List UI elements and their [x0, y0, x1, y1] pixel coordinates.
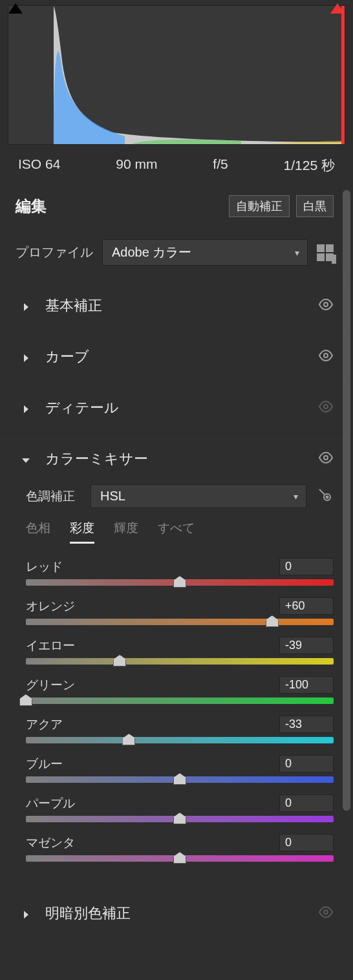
svg-point-3: [324, 405, 328, 409]
slider-value-purple[interactable]: [279, 794, 334, 812]
eye-icon[interactable]: [318, 450, 334, 469]
panel-detail[interactable]: ディテール: [0, 382, 353, 433]
slider-track-magenta[interactable]: [26, 855, 334, 862]
panel-split-toning[interactable]: 明暗別色補正: [0, 888, 353, 939]
slider-thumb-magenta[interactable]: [173, 852, 186, 864]
profile-value: Adobe カラー: [112, 244, 191, 261]
slider-green: グリーン: [26, 676, 334, 704]
svg-point-4: [324, 456, 328, 460]
slider-yellow: イエロー: [26, 637, 334, 665]
histogram-area: [0, 0, 353, 149]
chevron-right-icon: [21, 908, 31, 919]
slider-thumb-aqua[interactable]: [122, 734, 135, 745]
slider-thumb-blue[interactable]: [173, 773, 186, 785]
panel-basic[interactable]: 基本補正: [0, 280, 353, 331]
slider-track-aqua[interactable]: [26, 737, 334, 743]
slider-value-red[interactable]: [279, 558, 334, 575]
eye-icon[interactable]: [318, 297, 334, 315]
eye-icon[interactable]: [318, 904, 334, 923]
scrollbar-thumb[interactable]: [343, 190, 350, 811]
slider-label-magenta: マゼンタ: [26, 835, 75, 851]
chevron-right-icon: [21, 403, 31, 413]
panel-split-title: 明暗別色補正: [45, 904, 318, 923]
auto-button[interactable]: 自動補正: [229, 195, 290, 217]
scrollbar-track[interactable]: [343, 190, 350, 974]
slider-thumb-purple[interactable]: [173, 813, 186, 824]
profile-label: プロファイル: [16, 244, 93, 261]
slider-track-orange[interactable]: [26, 619, 334, 625]
slider-thumb-red[interactable]: [173, 576, 186, 588]
exif-iso: ISO 64: [18, 156, 60, 175]
chevron-right-icon: [21, 352, 31, 362]
slider-track-red[interactable]: [26, 579, 334, 586]
eye-icon[interactable]: [318, 399, 334, 418]
slider-red: レッド: [26, 558, 334, 586]
slider-label-green: グリーン: [26, 677, 75, 694]
tab-hue[interactable]: 色相: [26, 520, 50, 544]
svg-point-7: [326, 496, 328, 498]
slider-label-yellow: イエロー: [26, 637, 75, 654]
slider-magenta: マゼンタ: [26, 834, 334, 862]
bw-button[interactable]: 白黒: [296, 195, 334, 217]
exif-aperture: f/5: [213, 156, 228, 175]
slider-value-orange[interactable]: [279, 597, 334, 615]
slider-orange: オレンジ: [26, 597, 334, 625]
slider-track-purple[interactable]: [26, 816, 334, 822]
tab-luminance[interactable]: 輝度: [114, 520, 138, 544]
slider-thumb-orange[interactable]: [266, 615, 279, 627]
tab-saturation[interactable]: 彩度: [70, 520, 94, 544]
exif-shutter: 1/125 秒: [284, 156, 335, 175]
panel-detail-title: ディテール: [45, 398, 318, 418]
slider-label-blue: ブルー: [26, 756, 63, 772]
slider-label-purple: パープル: [26, 795, 75, 812]
eye-icon[interactable]: [318, 348, 334, 367]
slider-purple: パープル: [26, 794, 334, 822]
panel-curve-title: カーブ: [45, 347, 318, 367]
adjust-label: 色調補正: [26, 488, 81, 505]
svg-point-8: [324, 910, 328, 914]
slider-value-green[interactable]: [279, 676, 334, 694]
targeted-adjust-icon[interactable]: [316, 487, 334, 506]
slider-aqua: アクア: [26, 716, 334, 743]
chevron-down-icon: ▾: [295, 248, 299, 258]
tab-all[interactable]: すべて: [158, 520, 195, 544]
slider-track-blue[interactable]: [26, 776, 334, 783]
slider-track-green[interactable]: [26, 698, 334, 704]
svg-rect-0: [341, 6, 345, 144]
slider-label-orange: オレンジ: [26, 598, 75, 615]
exif-bar: ISO 64 90 mm f/5 1/125 秒: [0, 149, 353, 186]
panel-curve[interactable]: カーブ: [0, 331, 353, 382]
profile-row: プロファイル Adobe カラー ▾ ⌕: [0, 226, 353, 280]
slider-value-magenta[interactable]: [279, 834, 334, 851]
edit-title: 編集: [16, 196, 222, 217]
profile-select[interactable]: Adobe カラー ▾: [102, 239, 308, 266]
slider-thumb-yellow[interactable]: [113, 655, 126, 666]
svg-line-5: [319, 489, 325, 495]
slider-label-aqua: アクア: [26, 716, 63, 733]
chevron-down-icon: [21, 454, 31, 464]
svg-point-1: [324, 303, 328, 306]
svg-point-2: [324, 354, 328, 357]
slider-value-blue[interactable]: [279, 755, 334, 772]
color-mixer-body: 色調補正 HSL ▾ 色相 彩度 輝度 すべて レッドオレンジイエローグリーンア…: [0, 484, 353, 888]
edit-header: 編集 自動補正 白黒: [0, 186, 353, 226]
slider-value-yellow[interactable]: [279, 637, 334, 654]
chevron-down-icon: ▾: [294, 491, 298, 502]
panel-mixer-title: カラーミキサー: [45, 449, 318, 469]
slider-blue: ブルー: [26, 755, 334, 783]
panel-mixer[interactable]: カラーミキサー: [0, 433, 353, 484]
mixer-tabs: 色相 彩度 輝度 すべて: [26, 520, 334, 544]
profile-browser-icon[interactable]: ⌕: [317, 244, 334, 261]
panel-basic-title: 基本補正: [45, 296, 318, 315]
slider-thumb-green[interactable]: [19, 694, 32, 706]
hsl-mode-value: HSL: [100, 489, 125, 504]
slider-track-yellow[interactable]: [26, 658, 334, 665]
histogram-svg: [8, 6, 345, 144]
slider-value-aqua[interactable]: [279, 716, 334, 733]
hsl-mode-select[interactable]: HSL ▾: [91, 484, 306, 508]
slider-label-red: レッド: [26, 559, 63, 575]
chevron-right-icon: [21, 301, 31, 311]
exif-focal: 90 mm: [116, 156, 157, 175]
histogram-canvas[interactable]: [8, 5, 345, 145]
